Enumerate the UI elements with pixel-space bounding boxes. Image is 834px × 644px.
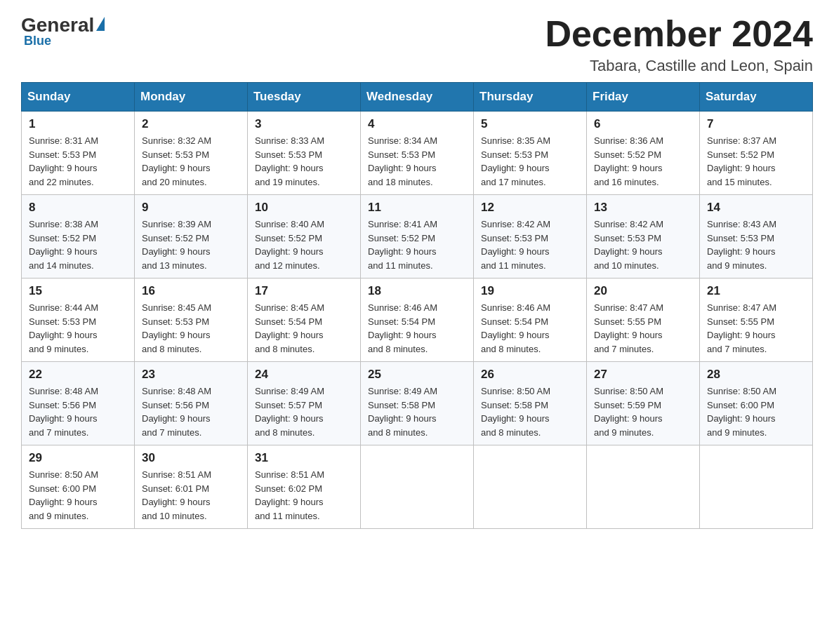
- day-cell: 13Sunrise: 8:42 AMSunset: 5:53 PMDayligh…: [587, 195, 700, 279]
- day-cell: 22Sunrise: 8:48 AMSunset: 5:56 PMDayligh…: [22, 362, 135, 445]
- day-number: 15: [29, 284, 127, 298]
- day-number: 21: [707, 284, 805, 298]
- week-row-1: 1Sunrise: 8:31 AMSunset: 5:53 PMDaylight…: [22, 112, 813, 195]
- day-number: 12: [481, 201, 579, 215]
- day-cell: 31Sunrise: 8:51 AMSunset: 6:02 PMDayligh…: [248, 445, 361, 529]
- day-info: Sunrise: 8:51 AMSunset: 6:01 PMDaylight:…: [142, 468, 240, 523]
- day-cell: 28Sunrise: 8:50 AMSunset: 6:00 PMDayligh…: [700, 362, 813, 445]
- day-cell: 9Sunrise: 8:39 AMSunset: 5:52 PMDaylight…: [135, 195, 248, 279]
- day-number: 5: [481, 117, 579, 131]
- day-info: Sunrise: 8:42 AMSunset: 5:53 PMDaylight:…: [594, 217, 692, 272]
- day-info: Sunrise: 8:33 AMSunset: 5:53 PMDaylight:…: [255, 134, 353, 189]
- column-header-thursday: Thursday: [474, 83, 587, 112]
- day-info: Sunrise: 8:43 AMSunset: 5:53 PMDaylight:…: [707, 217, 805, 272]
- page-header: General Blue December 2024 Tabara, Casti…: [21, 14, 813, 75]
- day-cell: 30Sunrise: 8:51 AMSunset: 6:01 PMDayligh…: [135, 445, 248, 529]
- day-info: Sunrise: 8:51 AMSunset: 6:02 PMDaylight:…: [255, 468, 353, 523]
- day-number: 17: [255, 284, 353, 298]
- day-cell: 29Sunrise: 8:50 AMSunset: 6:00 PMDayligh…: [22, 445, 135, 529]
- day-number: 1: [29, 117, 127, 131]
- day-cell: [361, 445, 474, 529]
- column-header-monday: Monday: [135, 83, 248, 112]
- day-cell: 16Sunrise: 8:45 AMSunset: 5:53 PMDayligh…: [135, 279, 248, 362]
- day-number: 22: [29, 368, 127, 382]
- day-number: 26: [481, 368, 579, 382]
- week-row-4: 22Sunrise: 8:48 AMSunset: 5:56 PMDayligh…: [22, 362, 813, 445]
- day-info: Sunrise: 8:40 AMSunset: 5:52 PMDaylight:…: [255, 217, 353, 272]
- day-cell: 7Sunrise: 8:37 AMSunset: 5:52 PMDaylight…: [700, 112, 813, 195]
- day-cell: 1Sunrise: 8:31 AMSunset: 5:53 PMDaylight…: [22, 112, 135, 195]
- day-cell: 23Sunrise: 8:48 AMSunset: 5:56 PMDayligh…: [135, 362, 248, 445]
- day-number: 30: [142, 451, 240, 465]
- day-info: Sunrise: 8:50 AMSunset: 5:58 PMDaylight:…: [481, 384, 579, 439]
- day-cell: 8Sunrise: 8:38 AMSunset: 5:52 PMDaylight…: [22, 195, 135, 279]
- calendar-table: SundayMondayTuesdayWednesdayThursdayFrid…: [21, 82, 813, 529]
- day-info: Sunrise: 8:46 AMSunset: 5:54 PMDaylight:…: [481, 301, 579, 356]
- day-cell: [587, 445, 700, 529]
- day-info: Sunrise: 8:50 AMSunset: 6:00 PMDaylight:…: [707, 384, 805, 439]
- day-number: 9: [142, 201, 240, 215]
- day-number: 31: [255, 451, 353, 465]
- week-row-2: 8Sunrise: 8:38 AMSunset: 5:52 PMDaylight…: [22, 195, 813, 279]
- day-info: Sunrise: 8:48 AMSunset: 5:56 PMDaylight:…: [142, 384, 240, 439]
- day-cell: 15Sunrise: 8:44 AMSunset: 5:53 PMDayligh…: [22, 279, 135, 362]
- day-cell: 17Sunrise: 8:45 AMSunset: 5:54 PMDayligh…: [248, 279, 361, 362]
- day-cell: 27Sunrise: 8:50 AMSunset: 5:59 PMDayligh…: [587, 362, 700, 445]
- day-info: Sunrise: 8:45 AMSunset: 5:53 PMDaylight:…: [142, 301, 240, 356]
- day-number: 2: [142, 117, 240, 131]
- day-number: 10: [255, 201, 353, 215]
- day-number: 13: [594, 201, 692, 215]
- column-header-tuesday: Tuesday: [248, 83, 361, 112]
- day-info: Sunrise: 8:49 AMSunset: 5:58 PMDaylight:…: [368, 384, 466, 439]
- day-number: 18: [368, 284, 466, 298]
- day-cell: 14Sunrise: 8:43 AMSunset: 5:53 PMDayligh…: [700, 195, 813, 279]
- day-info: Sunrise: 8:50 AMSunset: 5:59 PMDaylight:…: [594, 384, 692, 439]
- day-info: Sunrise: 8:35 AMSunset: 5:53 PMDaylight:…: [481, 134, 579, 189]
- day-cell: 26Sunrise: 8:50 AMSunset: 5:58 PMDayligh…: [474, 362, 587, 445]
- day-cell: 11Sunrise: 8:41 AMSunset: 5:52 PMDayligh…: [361, 195, 474, 279]
- day-number: 25: [368, 368, 466, 382]
- day-cell: 3Sunrise: 8:33 AMSunset: 5:53 PMDaylight…: [248, 112, 361, 195]
- day-cell: 24Sunrise: 8:49 AMSunset: 5:57 PMDayligh…: [248, 362, 361, 445]
- day-number: 20: [594, 284, 692, 298]
- day-number: 7: [707, 117, 805, 131]
- logo-triangle-icon: [96, 17, 105, 31]
- day-info: Sunrise: 8:39 AMSunset: 5:52 PMDaylight:…: [142, 217, 240, 272]
- day-cell: 5Sunrise: 8:35 AMSunset: 5:53 PMDaylight…: [474, 112, 587, 195]
- day-cell: 18Sunrise: 8:46 AMSunset: 5:54 PMDayligh…: [361, 279, 474, 362]
- column-header-sunday: Sunday: [22, 83, 135, 112]
- month-title: December 2024: [545, 14, 813, 54]
- day-info: Sunrise: 8:32 AMSunset: 5:53 PMDaylight:…: [142, 134, 240, 189]
- day-number: 8: [29, 201, 127, 215]
- day-number: 19: [481, 284, 579, 298]
- column-header-wednesday: Wednesday: [361, 83, 474, 112]
- logo: General Blue: [21, 14, 107, 48]
- day-info: Sunrise: 8:41 AMSunset: 5:52 PMDaylight:…: [368, 217, 466, 272]
- day-number: 3: [255, 117, 353, 131]
- column-header-friday: Friday: [587, 83, 700, 112]
- day-number: 27: [594, 368, 692, 382]
- day-info: Sunrise: 8:46 AMSunset: 5:54 PMDaylight:…: [368, 301, 466, 356]
- day-info: Sunrise: 8:42 AMSunset: 5:53 PMDaylight:…: [481, 217, 579, 272]
- day-info: Sunrise: 8:38 AMSunset: 5:52 PMDaylight:…: [29, 217, 127, 272]
- day-cell: 21Sunrise: 8:47 AMSunset: 5:55 PMDayligh…: [700, 279, 813, 362]
- day-info: Sunrise: 8:31 AMSunset: 5:53 PMDaylight:…: [29, 134, 127, 189]
- day-number: 24: [255, 368, 353, 382]
- day-cell: 4Sunrise: 8:34 AMSunset: 5:53 PMDaylight…: [361, 112, 474, 195]
- day-number: 23: [142, 368, 240, 382]
- week-row-5: 29Sunrise: 8:50 AMSunset: 6:00 PMDayligh…: [22, 445, 813, 529]
- day-number: 29: [29, 451, 127, 465]
- day-info: Sunrise: 8:48 AMSunset: 5:56 PMDaylight:…: [29, 384, 127, 439]
- day-info: Sunrise: 8:47 AMSunset: 5:55 PMDaylight:…: [594, 301, 692, 356]
- day-number: 28: [707, 368, 805, 382]
- column-header-saturday: Saturday: [700, 83, 813, 112]
- day-cell: 25Sunrise: 8:49 AMSunset: 5:58 PMDayligh…: [361, 362, 474, 445]
- day-cell: 20Sunrise: 8:47 AMSunset: 5:55 PMDayligh…: [587, 279, 700, 362]
- day-number: 6: [594, 117, 692, 131]
- day-number: 16: [142, 284, 240, 298]
- day-cell: [700, 445, 813, 529]
- location-title: Tabara, Castille and Leon, Spain: [545, 57, 813, 75]
- day-info: Sunrise: 8:49 AMSunset: 5:57 PMDaylight:…: [255, 384, 353, 439]
- day-info: Sunrise: 8:34 AMSunset: 5:53 PMDaylight:…: [368, 134, 466, 189]
- day-info: Sunrise: 8:47 AMSunset: 5:55 PMDaylight:…: [707, 301, 805, 356]
